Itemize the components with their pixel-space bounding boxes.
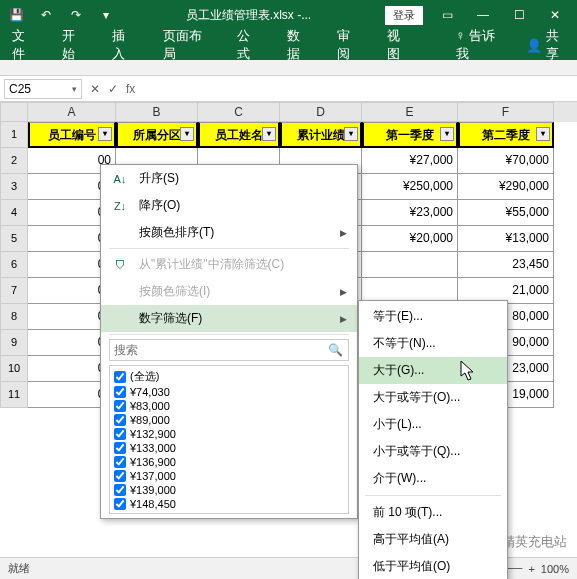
filter-value-item[interactable]: ¥137,000 <box>112 469 346 483</box>
filter-by-color-item: 按颜色筛选(I)▶ <box>101 278 357 305</box>
header-cell[interactable]: 第一季度▾ <box>362 122 458 148</box>
filter-checkbox[interactable] <box>114 414 126 426</box>
filter-checkbox[interactable] <box>114 428 126 440</box>
sort-desc-item[interactable]: Z↓降序(O) <box>101 192 357 219</box>
enter-icon: ✓ <box>108 82 118 96</box>
cell[interactable]: ¥250,000 <box>362 174 458 200</box>
col-header-c[interactable]: C <box>198 102 280 122</box>
cell[interactable]: 23,450 <box>458 252 554 278</box>
filter-checkbox[interactable] <box>114 470 126 482</box>
tab-formula[interactable]: 公式 <box>233 23 265 67</box>
row-header[interactable]: 11 <box>0 382 28 408</box>
row-header[interactable]: 6 <box>0 252 28 278</box>
submenu-item[interactable]: 小于(L)... <box>359 411 507 438</box>
filter-dropdown-icon[interactable]: ▾ <box>180 127 194 141</box>
number-filter-submenu: 等于(E)...不等于(N)...大于(G)...大于或等于(O)...小于(L… <box>358 300 508 579</box>
row-header[interactable]: 3 <box>0 174 28 200</box>
filter-value-item[interactable]: ¥133,000 <box>112 441 346 455</box>
row-header[interactable]: 8 <box>0 304 28 330</box>
col-header-b[interactable]: B <box>116 102 198 122</box>
filter-value-item[interactable]: ¥132,900 <box>112 427 346 441</box>
close-icon[interactable]: ✕ <box>537 0 573 30</box>
filter-checkbox[interactable] <box>114 442 126 454</box>
tab-view[interactable]: 视图 <box>383 23 415 67</box>
filter-dropdown-icon[interactable]: ▾ <box>536 127 550 141</box>
zoom-in-icon[interactable]: + <box>528 563 534 575</box>
filter-value-item[interactable]: ¥74,030 <box>112 385 346 399</box>
sort-by-color-item[interactable]: 按颜色排序(T)▶ <box>101 219 357 246</box>
name-box[interactable]: C25▾ <box>4 79 82 99</box>
submenu-item[interactable]: 不等于(N)... <box>359 330 507 357</box>
col-header-a[interactable]: A <box>28 102 116 122</box>
tab-data[interactable]: 数据 <box>283 23 315 67</box>
fx-icon[interactable]: fx <box>126 82 135 96</box>
window-title: 员工业绩管理表.xlsx -... <box>118 7 379 24</box>
col-header-d[interactable]: D <box>280 102 362 122</box>
filter-checkbox[interactable] <box>114 386 126 398</box>
row-header[interactable]: 1 <box>0 122 28 148</box>
filter-value-item[interactable]: ¥139,000 <box>112 483 346 497</box>
cell[interactable]: ¥70,000 <box>458 148 554 174</box>
tab-review[interactable]: 审阅 <box>333 23 365 67</box>
ribbon-tabs: 文件 开始 插入 页面布局 公式 数据 审阅 视图 ♀ 告诉我 👤 共享 <box>0 30 577 60</box>
tab-layout[interactable]: 页面布局 <box>159 23 215 67</box>
submenu-item[interactable]: 等于(E)... <box>359 303 507 330</box>
header-cell[interactable]: 累计业绩▾ <box>280 122 362 148</box>
header-cell[interactable]: 员工姓名▾ <box>198 122 280 148</box>
filter-dropdown-icon[interactable]: ▾ <box>262 127 276 141</box>
row-header[interactable]: 2 <box>0 148 28 174</box>
filter-checkbox[interactable] <box>114 456 126 468</box>
cell[interactable]: ¥55,000 <box>458 200 554 226</box>
chevron-right-icon: ▶ <box>340 287 347 297</box>
row-header[interactable]: 7 <box>0 278 28 304</box>
tab-insert[interactable]: 插入 <box>108 23 140 67</box>
header-cell[interactable]: 所属分区▾ <box>116 122 198 148</box>
cell[interactable] <box>362 252 458 278</box>
row-header[interactable]: 10 <box>0 356 28 382</box>
filter-dropdown-icon[interactable]: ▾ <box>440 127 454 141</box>
row-header[interactable]: 5 <box>0 226 28 252</box>
col-header-e[interactable]: E <box>362 102 458 122</box>
submenu-item[interactable]: 高于平均值(A) <box>359 526 507 553</box>
header-cell[interactable]: 第二季度▾ <box>458 122 554 148</box>
header-cell[interactable]: 员工编号▾ <box>28 122 116 148</box>
tab-file[interactable]: 文件 <box>8 23 40 67</box>
filter-dropdown-icon[interactable]: ▾ <box>344 127 358 141</box>
tell-me[interactable]: ♀ 告诉我 <box>452 23 509 67</box>
cell[interactable]: ¥13,000 <box>458 226 554 252</box>
submenu-item[interactable]: 小于或等于(Q)... <box>359 438 507 465</box>
tab-home[interactable]: 开始 <box>58 23 90 67</box>
cell[interactable]: ¥20,000 <box>362 226 458 252</box>
cell[interactable]: ¥27,000 <box>362 148 458 174</box>
filter-value-item[interactable]: ¥83,000 <box>112 399 346 413</box>
cell[interactable]: ¥290,000 <box>458 174 554 200</box>
filter-checkbox[interactable] <box>114 484 126 496</box>
select-all-corner[interactable] <box>0 102 28 122</box>
filter-checkbox[interactable] <box>114 498 126 510</box>
filter-dropdown-icon[interactable]: ▾ <box>98 127 112 141</box>
chevron-right-icon: ▶ <box>340 314 347 324</box>
filter-values-list[interactable]: (全选) ¥74,030¥83,000¥89,000¥132,900¥133,0… <box>109 365 349 514</box>
filter-value-item[interactable]: ¥148,450 <box>112 497 346 511</box>
share-button[interactable]: 👤 共享 <box>526 27 569 63</box>
filter-value-item[interactable]: ¥136,900 <box>112 455 346 469</box>
cell[interactable]: ¥23,000 <box>362 200 458 226</box>
submenu-item[interactable]: 低于平均值(O) <box>359 553 507 579</box>
col-header-f[interactable]: F <box>458 102 554 122</box>
filter-search-input[interactable] <box>109 339 349 361</box>
zoom-level[interactable]: 100% <box>541 563 569 575</box>
filter-value-item[interactable]: ¥89,000 <box>112 413 346 427</box>
sort-asc-item[interactable]: A↓升序(S) <box>101 165 357 192</box>
search-icon: 🔍 <box>328 343 343 357</box>
submenu-item[interactable]: 大于或等于(O)... <box>359 384 507 411</box>
row-header[interactable]: 9 <box>0 330 28 356</box>
number-filter-item[interactable]: 数字筛选(F)▶ <box>101 305 357 332</box>
submenu-item[interactable]: 介于(W)... <box>359 465 507 492</box>
cancel-icon: ✕ <box>90 82 100 96</box>
filter-checkbox[interactable] <box>114 400 126 412</box>
submenu-item[interactable]: 大于(G)... <box>359 357 507 384</box>
login-button[interactable]: 登录 <box>385 6 423 25</box>
row-header[interactable]: 4 <box>0 200 28 226</box>
submenu-item[interactable]: 前 10 项(T)... <box>359 499 507 526</box>
select-all-checkbox[interactable]: (全选) <box>112 368 346 385</box>
